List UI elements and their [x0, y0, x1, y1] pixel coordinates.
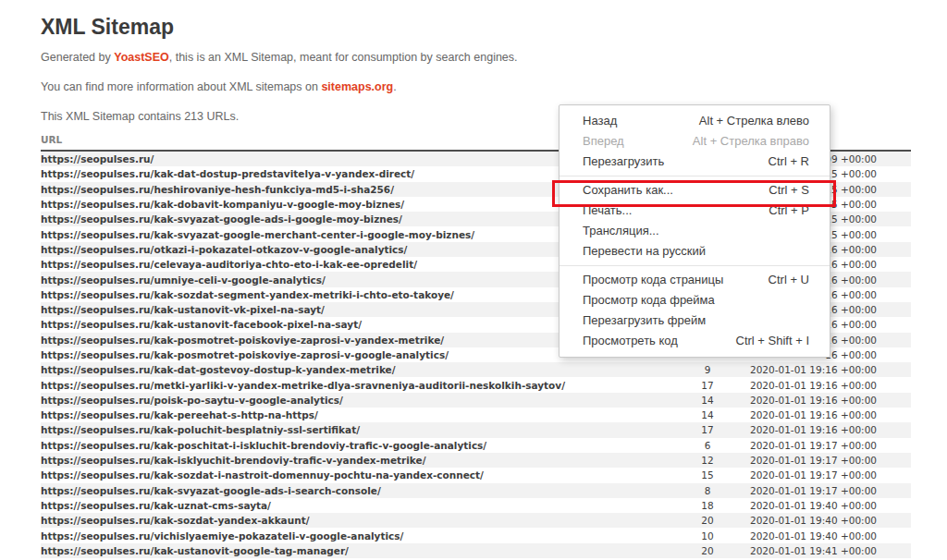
- table-row: https://seopulses.ru/kak-uznat-cms-sayta…: [41, 498, 911, 513]
- menu-item-shortcut: Ctrl + R: [769, 152, 809, 172]
- menu-item-label: Трансляция...: [583, 221, 659, 241]
- sitemaps-org-link[interactable]: sitemaps.org: [321, 80, 393, 93]
- menu-item-shortcut: Ctrl + Shift + I: [736, 331, 809, 351]
- menu-item-label: Перезагрузить фрейм: [583, 310, 706, 331]
- image-count-cell: 15: [680, 469, 735, 481]
- more-info-prefix: You can find more information about XML …: [41, 80, 321, 93]
- table-row: https://seopulses.ru/kak-pereehat-s-http…: [41, 408, 911, 422]
- menu-item-label: Просмотр кода фрейма: [583, 290, 715, 310]
- menu-item-shortcut: Ctrl + U: [769, 270, 809, 290]
- image-count-cell: 20: [680, 515, 735, 526]
- context-menu-item[interactable]: Просмотр кода страницы Ctrl + U: [560, 270, 830, 290]
- last-modified-cell: 2020-01-01 19:16 +00:00: [735, 380, 911, 391]
- table-row: https://seopulses.ru/kak-svyazat-google-…: [41, 483, 911, 498]
- image-count-cell: 17: [680, 380, 735, 391]
- sitemap-url-link[interactable]: https://seopulses.ru/kak-isklyuchit-bren…: [41, 455, 680, 466]
- sitemap-url-link[interactable]: https://seopulses.ru/kak-poschitat-i-isk…: [41, 440, 680, 451]
- more-info-suffix: .: [393, 80, 396, 93]
- sitemap-url-link[interactable]: https://seopulses.ru/kak-uznat-cms-sayta…: [41, 500, 680, 511]
- menu-item-label: Перевести на русский: [583, 241, 706, 262]
- context-menu-item[interactable]: Трансляция...: [560, 221, 830, 241]
- image-count-cell: 12: [680, 455, 735, 466]
- menu-item-label: Вперед: [583, 131, 624, 152]
- sitemap-url-link[interactable]: https://seopulses.ru/kak-sozdat-yandex-a…: [41, 515, 680, 526]
- sitemap-url-link[interactable]: https://seopulses.ru/poisk-po-saytu-v-go…: [41, 395, 680, 406]
- image-count-cell: 10: [680, 530, 735, 542]
- sitemap-url-link[interactable]: https://seopulses.ru/kak-sozdat-i-nastro…: [41, 469, 680, 481]
- image-count-cell: 18: [680, 500, 735, 511]
- table-row: https://seopulses.ru/vichislyaemiye-poka…: [41, 528, 911, 542]
- last-modified-cell: 2020-01-01 19:16 +00:00: [735, 409, 911, 420]
- sitemap-url-link[interactable]: https://seopulses.ru/kak-dat-gostevoy-do…: [41, 364, 680, 375]
- sitemap-url-link[interactable]: https://seopulses.ru/metki-yarliki-v-yan…: [41, 380, 680, 391]
- yoast-seo-link[interactable]: YoastSEO: [114, 51, 169, 64]
- sitemap-url-link[interactable]: https://seopulses.ru/kak-ustanovit-googl…: [41, 545, 680, 556]
- image-count-cell: 9: [680, 364, 735, 375]
- table-row: https://seopulses.ru/kak-poschitat-i-isk…: [41, 438, 911, 453]
- last-modified-cell: 2020-01-01 19:40 +00:00: [735, 500, 911, 511]
- page-title: XML Sitemap: [41, 15, 911, 39]
- image-count-cell: 8: [680, 485, 735, 496]
- last-modified-cell: 2020-01-01 19:40 +00:00: [735, 530, 911, 542]
- sitemap-url-link[interactable]: https://seopulses.ru/vichislyaemiye-poka…: [41, 530, 680, 542]
- last-modified-cell: 2020-01-01 19:16 +00:00: [735, 364, 911, 375]
- image-count-cell: 14: [680, 395, 735, 406]
- context-menu-item[interactable]: Перезагрузить Ctrl + R: [560, 152, 830, 172]
- generated-by-line: Generated by YoastSEO, this is an XML Si…: [41, 51, 911, 65]
- sitemap-url-link[interactable]: https://seopulses.ru/kak-svyazat-google-…: [41, 485, 680, 496]
- image-count-cell: 6: [680, 440, 735, 451]
- last-modified-cell: 2020-01-01 19:41 +00:00: [735, 545, 911, 556]
- table-row: https://seopulses.ru/metki-yarliki-v-yan…: [41, 377, 911, 392]
- context-menu-item[interactable]: Сохранить как... Ctrl + S: [560, 180, 830, 201]
- last-modified-cell: 2020-01-01 19:17 +00:00: [735, 485, 911, 496]
- menu-item-label: Перезагрузить: [583, 152, 664, 172]
- menu-item-shortcut: Ctrl + P: [769, 201, 809, 221]
- context-menu-item[interactable]: Печать... Ctrl + P: [560, 201, 830, 221]
- context-menu-item[interactable]: Назад Alt + Стрелка влево: [560, 111, 830, 131]
- context-menu-item[interactable]: Перевести на русский: [560, 241, 830, 262]
- context-menu-item[interactable]: Просмотреть код Ctrl + Shift + I: [560, 331, 830, 351]
- table-row: https://seopulses.ru/kak-poluchit-bespla…: [41, 422, 911, 437]
- context-menu-item[interactable]: Вперед Alt + Стрелка вправо: [560, 131, 830, 152]
- browser-context-menu: Назад Alt + Стрелка влево Вперед Alt + С…: [559, 104, 830, 358]
- table-row: https://seopulses.ru/kak-ustanovit-googl…: [41, 543, 911, 558]
- table-row: https://seopulses.ru/poisk-po-saytu-v-go…: [41, 393, 911, 408]
- last-modified-cell: 2020-01-01 19:17 +00:00: [735, 440, 911, 451]
- menu-item-shortcut: Alt + Стрелка влево: [699, 111, 809, 131]
- menu-item-label: Просмотр кода страницы: [583, 270, 723, 290]
- menu-item-label: Печать...: [583, 201, 632, 221]
- image-count-cell: 14: [680, 409, 735, 420]
- image-count-cell: 17: [680, 424, 735, 435]
- image-count-cell: 20: [680, 545, 735, 556]
- menu-item-label: Назад: [583, 111, 617, 131]
- menu-item-shortcut: Alt + Стрелка вправо: [693, 131, 809, 152]
- context-menu-item[interactable]: Перезагрузить фрейм: [560, 310, 830, 331]
- sitemap-url-link[interactable]: https://seopulses.ru/kak-poluchit-bespla…: [41, 424, 680, 435]
- last-modified-cell: 2020-01-01 19:17 +00:00: [735, 469, 911, 481]
- context-menu-item[interactable]: Просмотр кода фрейма: [560, 290, 830, 310]
- last-modified-cell: 2020-01-01 19:17 +00:00: [735, 455, 911, 466]
- table-row: https://seopulses.ru/kak-sozdat-yandex-a…: [41, 513, 911, 528]
- generated-by-suffix: , this is an XML Sitemap, meant for cons…: [169, 51, 518, 64]
- context-menu-item[interactable]: [560, 265, 830, 266]
- table-row: https://seopulses.ru/kak-sozdat-i-nastro…: [41, 468, 911, 482]
- generated-by-prefix: Generated by: [41, 51, 114, 64]
- menu-item-label: Сохранить как...: [583, 180, 673, 201]
- table-row: https://seopulses.ru/kak-isklyuchit-bren…: [41, 453, 911, 468]
- last-modified-cell: 2020-01-01 19:16 +00:00: [735, 395, 911, 406]
- menu-item-label: Просмотреть код: [583, 331, 678, 351]
- menu-item-shortcut: Ctrl + S: [769, 180, 809, 201]
- more-info-line: You can find more information about XML …: [41, 80, 911, 94]
- sitemap-url-link[interactable]: https://seopulses.ru/kak-pereehat-s-http…: [41, 409, 680, 420]
- last-modified-cell: 2020-01-01 19:40 +00:00: [735, 515, 911, 526]
- last-modified-cell: 2020-01-01 19:16 +00:00: [735, 424, 911, 435]
- table-row: https://seopulses.ru/kak-dat-gostevoy-do…: [41, 362, 911, 377]
- context-menu-item[interactable]: [560, 176, 830, 177]
